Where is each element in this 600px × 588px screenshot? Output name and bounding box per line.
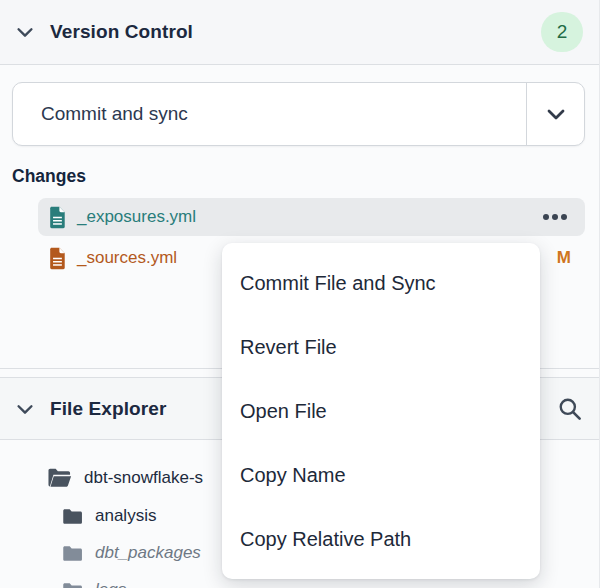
commit-dropdown-caret[interactable] bbox=[526, 83, 584, 145]
file-document-icon bbox=[48, 206, 67, 229]
tree-item-label: dbt_packages bbox=[95, 543, 201, 563]
chevron-down-icon bbox=[544, 102, 568, 126]
chevron-down-icon[interactable] bbox=[14, 398, 36, 420]
changed-file-row-exposures[interactable]: _exposures.yml bbox=[38, 198, 585, 236]
version-control-panel: Version Control 2 Commit and sync Change… bbox=[0, 0, 600, 588]
menu-item-commit-file-and-sync[interactable]: Commit File and Sync bbox=[222, 251, 540, 315]
folder-icon bbox=[62, 582, 83, 588]
menu-item-revert-file[interactable]: Revert File bbox=[222, 315, 540, 379]
menu-item-copy-name[interactable]: Copy Name bbox=[222, 443, 540, 507]
ellipsis-menu-button[interactable] bbox=[539, 211, 571, 223]
folder-icon bbox=[62, 508, 83, 525]
tree-item-logs[interactable]: logs bbox=[62, 577, 126, 588]
folder-icon bbox=[62, 545, 83, 562]
section-title-version-control: Version Control bbox=[50, 21, 193, 43]
changes-heading: Changes bbox=[12, 166, 86, 187]
menu-item-open-file[interactable]: Open File bbox=[222, 379, 540, 443]
tree-item-label: logs bbox=[95, 580, 126, 588]
version-control-header[interactable]: Version Control 2 bbox=[0, 0, 599, 65]
file-document-icon bbox=[48, 247, 67, 270]
changes-count-badge: 2 bbox=[541, 12, 583, 52]
modified-status-badge: M bbox=[557, 248, 571, 268]
tree-item-analysis[interactable]: analysis bbox=[62, 503, 156, 529]
chevron-down-icon[interactable] bbox=[14, 21, 36, 43]
ellipsis-icon bbox=[541, 213, 569, 221]
tree-item-dbt-packages[interactable]: dbt_packages bbox=[62, 540, 201, 566]
changed-file-name: _sources.yml bbox=[77, 248, 177, 268]
search-icon bbox=[556, 395, 583, 422]
file-context-menu: Commit File and Sync Revert File Open Fi… bbox=[222, 243, 540, 579]
folder-open-icon bbox=[46, 468, 72, 488]
section-title-file-explorer: File Explorer bbox=[50, 398, 166, 420]
commit-dropdown[interactable]: Commit and sync bbox=[12, 82, 585, 146]
tree-item-label: dbt-snowflake-s bbox=[84, 468, 203, 488]
file-search-button[interactable] bbox=[556, 395, 583, 422]
menu-item-copy-relative-path[interactable]: Copy Relative Path bbox=[222, 507, 540, 571]
tree-item-project-root[interactable]: dbt-snowflake-s bbox=[46, 465, 203, 491]
tree-item-label: analysis bbox=[95, 506, 156, 526]
changed-file-name: _exposures.yml bbox=[77, 207, 196, 227]
commit-dropdown-label: Commit and sync bbox=[13, 83, 526, 145]
